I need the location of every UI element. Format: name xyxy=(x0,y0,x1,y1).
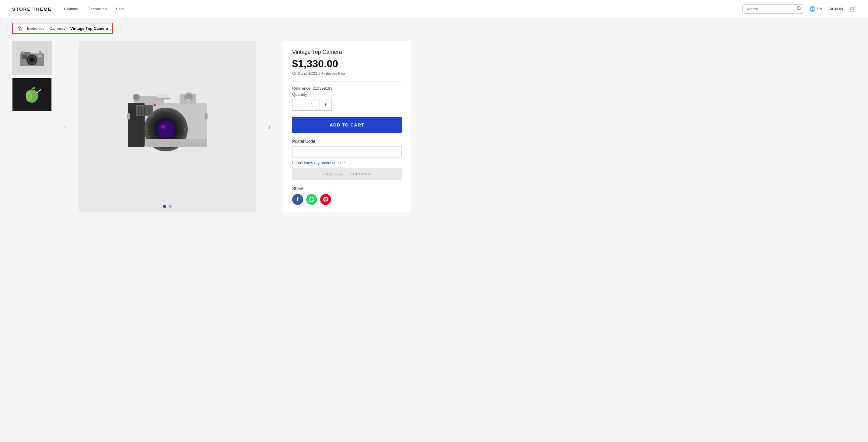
nav-item-clothing[interactable]: Clothing xyxy=(64,7,79,11)
next-arrow[interactable]: › xyxy=(265,123,274,131)
installment-text: Or 6 x of $221.70 interest-free xyxy=(292,71,402,76)
thumbnail-camera-svg xyxy=(18,47,45,69)
nav-item-sale[interactable]: Sale xyxy=(116,7,124,11)
search-box[interactable] xyxy=(742,4,803,14)
breadcrumb-eletronics[interactable]: Eletronics xyxy=(27,26,44,31)
svg-rect-52 xyxy=(205,113,208,120)
logo: STORE THEME xyxy=(12,6,52,11)
svg-rect-8 xyxy=(38,55,42,57)
thumbnail-2[interactable] xyxy=(12,78,52,111)
main-product-image xyxy=(110,75,225,167)
breadcrumb-sep-1: › xyxy=(24,26,25,30)
calculate-shipping-button[interactable]: CALCULATE SHIPPING xyxy=(292,168,402,180)
dont-know-postal-link[interactable]: I don't know my postal code ↗ xyxy=(292,161,402,165)
whatsapp-share-button[interactable] xyxy=(306,194,317,205)
reference-value: 210399183 xyxy=(313,86,332,91)
svg-rect-38 xyxy=(155,98,170,99)
social-icons: f xyxy=(292,194,402,205)
breadcrumb-wrapper: 🏠 › Eletronics › Cameras › Vintage Top C… xyxy=(0,18,868,38)
pinterest-icon xyxy=(323,197,329,202)
product-price: $1,330.00 xyxy=(292,58,402,70)
svg-rect-51 xyxy=(127,113,130,120)
header: STORE THEME Clothing Decoration Sale 🌐 E… xyxy=(0,0,868,18)
svg-point-55 xyxy=(187,100,190,103)
reference-text: Reference: 210399183 xyxy=(292,86,402,91)
quantity-control: − 1 + xyxy=(292,99,402,111)
cart-icon[interactable]: 🛒 xyxy=(849,6,856,12)
svg-point-30 xyxy=(162,125,164,128)
nav: Clothing Decoration Sale xyxy=(64,7,742,11)
svg-rect-9 xyxy=(22,55,27,59)
thumbnail-apple-svg xyxy=(20,84,44,105)
svg-rect-37 xyxy=(157,94,169,98)
breadcrumb-cameras[interactable]: Cameras xyxy=(49,26,65,31)
breadcrumb-current: Vintage Top Camera xyxy=(70,26,108,31)
quantity-increase-button[interactable]: + xyxy=(319,99,332,111)
pinterest-share-button[interactable] xyxy=(320,194,331,205)
postal-link-text: I don't know my postal code xyxy=(292,161,341,165)
main-content: ‹ xyxy=(0,38,868,225)
breadcrumb-sep-2: › xyxy=(46,26,48,30)
nav-item-decoration[interactable]: Decoration xyxy=(88,7,107,11)
thumbnails xyxy=(12,41,52,212)
svg-point-0 xyxy=(797,7,800,10)
svg-rect-50 xyxy=(146,139,207,147)
divider-1 xyxy=(292,81,402,81)
external-link-icon: ↗ xyxy=(342,161,345,165)
add-to-cart-button[interactable]: ADD TO CART xyxy=(292,117,402,133)
svg-line-1 xyxy=(800,9,801,11)
postal-code-label: Postal Code xyxy=(292,139,402,144)
svg-point-14 xyxy=(26,91,32,102)
globe-icon: 🌐 xyxy=(809,6,815,12)
search-icon xyxy=(797,6,802,12)
svg-point-7 xyxy=(30,58,33,61)
breadcrumb-sep-3: › xyxy=(67,26,68,30)
thumbnail-1[interactable] xyxy=(12,41,52,75)
share-label: Share xyxy=(292,186,402,191)
svg-point-53 xyxy=(153,104,156,106)
postal-code-input[interactable] xyxy=(292,146,402,158)
quantity-decrease-button[interactable]: − xyxy=(292,99,304,111)
language-selector[interactable]: 🌐 EN xyxy=(809,6,823,12)
main-image-area xyxy=(79,41,256,200)
quantity-value: 1 xyxy=(304,99,319,111)
image-dots xyxy=(163,200,172,212)
prev-arrow[interactable]: ‹ xyxy=(61,124,70,130)
search-input[interactable] xyxy=(746,7,797,11)
dot-2[interactable] xyxy=(168,205,172,208)
reference-label: Reference: xyxy=(292,86,312,91)
sign-in-link[interactable]: SIGN IN xyxy=(829,7,843,11)
dot-1[interactable] xyxy=(163,205,166,208)
svg-point-11 xyxy=(39,51,42,54)
right-panel: Vintage Top Camera $1,330.00 Or 6 x of $… xyxy=(283,41,411,212)
product-name: Vintage Top Camera xyxy=(292,49,402,55)
whatsapp-icon xyxy=(309,197,314,202)
facebook-share-button[interactable]: f xyxy=(292,194,303,205)
language-label: EN xyxy=(817,7,823,11)
svg-point-10 xyxy=(22,52,24,54)
main-image-container xyxy=(79,41,256,212)
svg-point-28 xyxy=(158,122,174,137)
svg-point-32 xyxy=(134,95,139,100)
quantity-label: Quantity xyxy=(292,92,402,97)
breadcrumb-home-icon[interactable]: 🏠 xyxy=(17,26,22,31)
breadcrumb: 🏠 › Eletronics › Cameras › Vintage Top C… xyxy=(12,23,113,34)
header-right: 🌐 EN SIGN IN 🛒 xyxy=(742,4,856,14)
